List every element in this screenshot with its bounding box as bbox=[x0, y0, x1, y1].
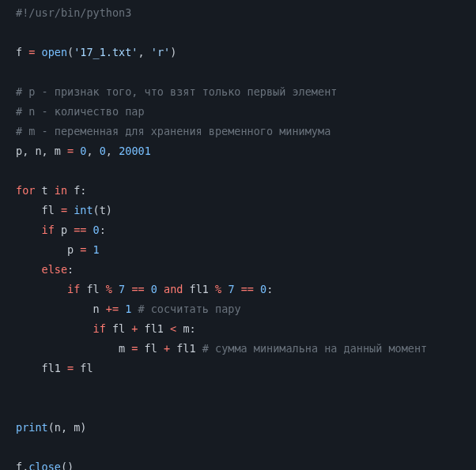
code-token: 20001 bbox=[119, 145, 151, 157]
code-token bbox=[86, 224, 93, 236]
code-token: : bbox=[190, 322, 196, 335]
code-token: # сумма минимальна на данный момент bbox=[202, 342, 427, 355]
code-line: p = 1 bbox=[16, 243, 100, 256]
code-token: # p - признак того, что взят только перв… bbox=[16, 85, 337, 98]
code-token: else bbox=[42, 263, 68, 276]
code-token: == bbox=[131, 283, 144, 295]
code-token: ( bbox=[67, 46, 74, 58]
code-token: 0 bbox=[93, 224, 100, 236]
code-token: # n - количество пар bbox=[16, 105, 145, 118]
code-token: , bbox=[138, 46, 150, 58]
code-block: #!/usr/bin/python3 f = open('17_1.txt', … bbox=[0, 0, 476, 470]
code-token: print bbox=[16, 421, 48, 434]
code-token: m bbox=[176, 322, 189, 335]
code-token: : bbox=[67, 263, 74, 276]
code-line: #!/usr/bin/python3 bbox=[16, 6, 131, 19]
code-token: : bbox=[100, 224, 106, 236]
code-token: fl1 bbox=[183, 283, 215, 295]
code-token: == bbox=[74, 224, 86, 236]
code-token: fl bbox=[138, 342, 164, 355]
code-token bbox=[254, 283, 260, 295]
code-token: m bbox=[16, 342, 131, 355]
code-token bbox=[112, 283, 119, 295]
code-token bbox=[86, 243, 93, 256]
code-token: fl1 bbox=[170, 342, 202, 355]
code-token: p bbox=[55, 224, 74, 236]
code-token: and bbox=[164, 283, 183, 295]
code-token: 7 bbox=[228, 283, 234, 295]
code-token: 0 bbox=[260, 283, 266, 295]
code-line: for t in f: bbox=[16, 184, 86, 197]
code-token: close bbox=[28, 461, 61, 470]
code-token: t bbox=[100, 204, 106, 216]
code-token: == bbox=[241, 283, 254, 295]
code-token: : bbox=[80, 184, 86, 197]
code-token: if bbox=[42, 224, 55, 236]
code-line: p, n, m = 0, 0, 20001 bbox=[16, 145, 151, 157]
code-token bbox=[16, 263, 42, 276]
code-token bbox=[235, 283, 241, 295]
code-token: + bbox=[164, 342, 170, 355]
code-token: p bbox=[16, 243, 80, 256]
code-token bbox=[16, 322, 93, 335]
code-token: n, m bbox=[55, 421, 81, 434]
code-token bbox=[16, 224, 42, 236]
code-token: int bbox=[74, 204, 93, 216]
code-token: open bbox=[42, 46, 68, 58]
code-token: # сосчитать пару bbox=[138, 303, 240, 315]
code-token: if bbox=[93, 322, 106, 335]
code-line: # p - признак того, что взят только перв… bbox=[16, 85, 337, 98]
code-line: m = fl + fl1 # сумма минимальна на данны… bbox=[16, 342, 427, 355]
code-token: fl1 bbox=[16, 362, 67, 374]
code-token: = bbox=[67, 362, 74, 374]
code-token: p, n, m bbox=[16, 145, 67, 157]
code-line: # m - переменная для хранения временного… bbox=[16, 125, 331, 137]
code-token: 1 bbox=[93, 243, 100, 256]
code-token: t bbox=[35, 184, 54, 197]
code-token: f bbox=[16, 46, 28, 58]
code-token: : bbox=[266, 283, 273, 295]
code-line: if p == 0: bbox=[16, 224, 106, 236]
code-token: for bbox=[16, 184, 35, 197]
code-token: 0 bbox=[100, 145, 106, 157]
code-token: % bbox=[215, 283, 221, 295]
code-token bbox=[145, 283, 151, 295]
code-line: if fl + fl1 < m: bbox=[16, 322, 196, 335]
code-token: fl bbox=[74, 362, 93, 374]
code-token: '17_1.txt' bbox=[74, 46, 138, 58]
code-line: n += 1 # сосчитать пару bbox=[16, 303, 241, 315]
code-token: 0 bbox=[151, 283, 157, 295]
code-token: 7 bbox=[119, 283, 125, 295]
code-token bbox=[157, 283, 164, 295]
code-token: #!/usr/bin/python3 bbox=[16, 6, 131, 19]
code-token bbox=[16, 283, 67, 295]
code-token: 'r' bbox=[151, 46, 170, 58]
code-line: # n - количество пар bbox=[16, 105, 145, 118]
code-token: ) bbox=[80, 421, 86, 434]
code-token: ( bbox=[93, 204, 100, 216]
code-line: print(n, m) bbox=[16, 421, 86, 434]
code-token: fl bbox=[16, 204, 61, 216]
code-token bbox=[67, 204, 74, 216]
code-line: else: bbox=[16, 263, 74, 276]
code-line: f.close() bbox=[16, 461, 74, 470]
code-token: += bbox=[106, 303, 119, 315]
code-token: fl1 bbox=[138, 322, 170, 335]
code-line: f = open('17_1.txt', 'r') bbox=[16, 46, 176, 58]
code-line: if fl % 7 == 0 and fl1 % 7 == 0: bbox=[16, 283, 273, 295]
code-token: () bbox=[61, 461, 74, 470]
code-token: f. bbox=[16, 461, 28, 470]
code-token: ) bbox=[106, 204, 112, 216]
code-token: if bbox=[67, 283, 80, 295]
code-token: fl bbox=[106, 322, 132, 335]
code-token: n bbox=[16, 303, 106, 315]
code-token: f bbox=[67, 184, 80, 197]
code-line: fl = int(t) bbox=[16, 204, 112, 216]
code-token: = bbox=[67, 145, 74, 157]
code-token bbox=[119, 303, 125, 315]
code-token: # m - переменная для хранения временного… bbox=[16, 125, 331, 137]
code-token: , bbox=[106, 145, 119, 157]
code-token: ( bbox=[48, 421, 55, 434]
code-token: ) bbox=[170, 46, 176, 58]
code-token: % bbox=[106, 283, 112, 295]
